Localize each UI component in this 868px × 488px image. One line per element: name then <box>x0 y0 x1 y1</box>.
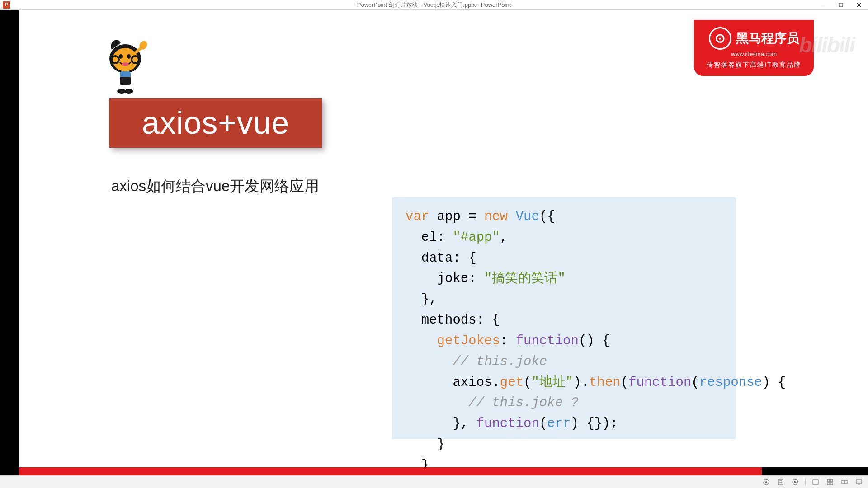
slide-title: axios+vue <box>142 105 289 141</box>
svg-point-8 <box>122 62 129 66</box>
brand-logo-icon: ⊙ <box>709 27 731 50</box>
svg-rect-29 <box>830 483 833 485</box>
bilibili-watermark: bilibili <box>799 33 854 57</box>
sorter-view-icon[interactable] <box>826 478 835 487</box>
svg-rect-28 <box>827 483 830 485</box>
brand-url: www.itheima.com <box>731 51 777 57</box>
reading-view-icon[interactable] <box>840 478 849 487</box>
svg-point-12 <box>132 57 138 62</box>
slide-footer-black <box>762 467 868 475</box>
statusbar <box>0 475 868 488</box>
powerpoint-icon: P <box>3 1 10 9</box>
divider <box>805 479 806 486</box>
slide-subtitle: axios如何结合vue开发网络应用 <box>111 176 319 197</box>
slide-title-box: axios+vue <box>109 98 322 148</box>
window-title: PowerPoint 幻灯片放映 - Vue.js快速入门.pptx - Pow… <box>357 1 511 9</box>
svg-rect-25 <box>813 480 818 484</box>
window-controls <box>814 0 868 10</box>
monkey-mascot-icon <box>103 36 157 95</box>
minimize-button[interactable] <box>814 0 832 10</box>
svg-point-10 <box>113 57 118 62</box>
svg-point-18 <box>124 89 133 94</box>
normal-view-icon[interactable] <box>811 478 820 487</box>
svg-point-20 <box>765 481 767 483</box>
slide-footer-stripe <box>19 467 762 475</box>
svg-point-7 <box>127 54 131 59</box>
close-button[interactable] <box>850 0 868 10</box>
presenter-view-icon[interactable] <box>854 478 863 487</box>
svg-rect-32 <box>856 480 862 483</box>
notes-icon[interactable] <box>776 478 785 487</box>
slide-border-left <box>0 10 19 475</box>
slideshow-icon[interactable] <box>791 478 800 487</box>
code-block: var app = new Vue({ el: "#app", data: { … <box>392 197 736 439</box>
titlebar: P PowerPoint 幻灯片放映 - Vue.js快速入门.pptx - P… <box>0 0 868 10</box>
brand-tagline: 传智播客旗下高端IT教育品牌 <box>707 61 801 69</box>
brand-name: 黑马程序员 <box>736 30 799 47</box>
maximize-button[interactable] <box>832 0 850 10</box>
slide-content[interactable]: axios+vue axios如何结合vue开发网络应用 var app = n… <box>19 10 868 475</box>
svg-rect-27 <box>830 479 833 482</box>
brand-badge: ⊙ 黑马程序员 www.itheima.com 传智播客旗下高端IT教育品牌 <box>694 20 814 76</box>
svg-rect-14 <box>120 77 131 85</box>
svg-rect-26 <box>827 479 830 482</box>
pen-tool-icon[interactable] <box>762 478 771 487</box>
svg-rect-1 <box>839 3 843 7</box>
